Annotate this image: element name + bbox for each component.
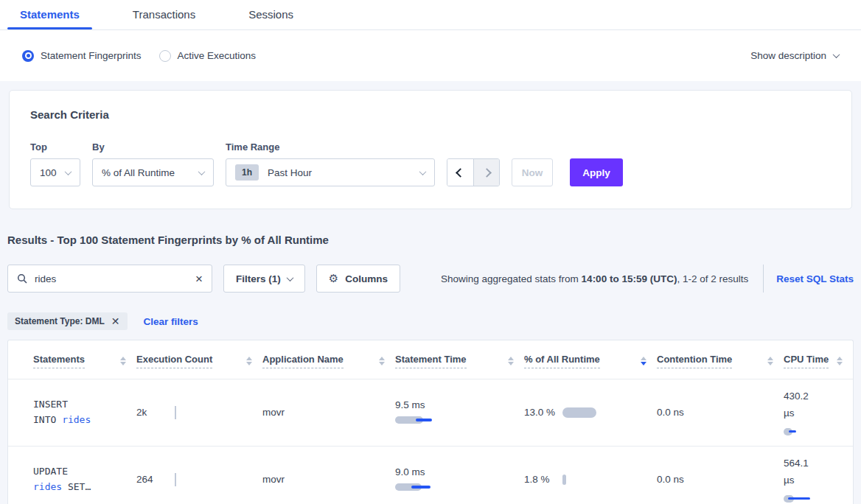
radio-statement-fingerprints[interactable]: Statement Fingerprints [22, 50, 142, 62]
contention-time: 0.0 ns [657, 474, 684, 485]
top-field: Top 100 [30, 141, 92, 186]
show-description-label: Show description [750, 50, 826, 61]
time-range-field: Time Range 1h Past Hour [226, 141, 435, 186]
col-header-execution-count[interactable]: Execution Count [136, 340, 262, 379]
radio-unselected-icon [159, 50, 171, 62]
time-range-label: Time Range [226, 141, 435, 153]
statement-fingerprint: UPDATE rides SET… [8, 464, 94, 495]
results-summary: Showing aggregated stats from 14:00 to 1… [441, 265, 854, 293]
columns-label: Columns [345, 273, 388, 284]
gear-icon: ⚙ [329, 272, 338, 285]
statement-fingerprint: INSERT INTO rides [8, 397, 94, 428]
columns-button[interactable]: ⚙ Columns [316, 265, 400, 293]
clear-filters-link[interactable]: Clear filters [144, 316, 198, 327]
statement-time-cell: 9.5 ms [395, 399, 439, 425]
time-range-select[interactable]: 1h Past Hour [226, 158, 435, 186]
search-icon [17, 273, 27, 284]
tab-transactions[interactable]: Transactions [120, 0, 208, 29]
summary-suffix: , 1-2 of 2 results [677, 273, 748, 284]
application-name: movr [262, 474, 285, 485]
chevron-down-icon [286, 274, 293, 281]
filters-button[interactable]: Filters (1) [223, 265, 305, 293]
search-criteria-card: Search Criteria Top 100 By % of All Runt… [9, 90, 852, 209]
tab-sessions[interactable]: Sessions [236, 0, 306, 29]
col-header-statements[interactable]: Statements [8, 340, 136, 379]
view-mode-radio-group: Statement Fingerprints Active Executions [22, 50, 256, 62]
time-nav-group [447, 158, 500, 186]
sort-icon [837, 357, 843, 365]
clear-search-icon[interactable]: × [195, 273, 203, 285]
col-header-pct-runtime[interactable]: % of All Runtime [524, 340, 657, 379]
cpu-time-cell: 430.2 µs [784, 388, 828, 437]
results-heading: Results - Top 100 Statement Fingerprints… [7, 234, 854, 246]
col-header-contention-time[interactable]: Contention Time [657, 340, 784, 379]
statement-time-bar [395, 415, 439, 425]
show-description-toggle[interactable]: Show description [750, 50, 839, 61]
execution-count-cell: 2k [136, 406, 262, 419]
by-select[interactable]: % of All Runtime [92, 158, 214, 186]
top-select[interactable]: 100 [30, 158, 80, 186]
execution-count-bar [175, 473, 176, 486]
top-value: 100 [40, 167, 57, 178]
chevron-left-icon [456, 168, 465, 178]
pct-runtime-cell: 13.0 % [524, 405, 657, 421]
summary-prefix: Showing aggregated stats from [441, 273, 582, 284]
chevron-down-icon [419, 168, 427, 175]
sort-icon [120, 357, 126, 365]
now-button[interactable]: Now [512, 158, 553, 186]
tab-statements[interactable]: Statements [7, 0, 92, 29]
results-controls: × Filters (1) ⚙ Columns Showing aggregat… [7, 265, 854, 293]
execution-count-cell: 264 [136, 473, 262, 486]
table-row: INSERT INTO rides 2k movr 9.5 ms [8, 379, 853, 447]
apply-button[interactable]: Apply [570, 158, 623, 186]
execution-count-bar [175, 406, 176, 419]
search-criteria-title: Search Criteria [30, 108, 831, 121]
radio-label: Statement Fingerprints [41, 50, 142, 61]
top-label: Top [30, 141, 92, 153]
sort-icon [246, 357, 252, 365]
sort-desc-icon [641, 357, 646, 365]
statement-search-box: × [7, 265, 212, 293]
contention-time: 0.0 ns [657, 407, 684, 418]
chip-label: Statement Type: DML [15, 316, 105, 326]
statement-link[interactable]: rides [33, 481, 62, 492]
pct-runtime-bar [562, 475, 566, 485]
chevron-down-icon [833, 51, 840, 58]
summary-range: 14:00 to 15:59 (UTC) [582, 273, 677, 284]
radio-active-executions[interactable]: Active Executions [159, 50, 257, 62]
time-range-badge: 1h [235, 164, 259, 181]
statement-time-bar [395, 482, 439, 492]
by-field: By % of All Runtime [92, 141, 226, 186]
application-name: movr [262, 407, 285, 418]
radio-selected-icon [22, 50, 34, 62]
by-label: By [92, 141, 226, 153]
cpu-time-bar [784, 494, 828, 504]
radio-label: Active Executions [178, 50, 257, 61]
time-range-value: Past Hour [268, 167, 312, 178]
col-header-application-name[interactable]: Application Name [262, 340, 395, 379]
filter-chip-statement-type[interactable]: Statement Type: DML ✕ [7, 312, 128, 330]
statements-table: Statements Execution Count Application N… [7, 340, 854, 504]
sort-icon [767, 357, 773, 365]
reset-sql-stats-link[interactable]: Reset SQL Stats [776, 273, 854, 284]
col-header-cpu-time[interactable]: CPU Time [784, 340, 853, 379]
col-header-statement-time[interactable]: Statement Time [395, 340, 524, 379]
statement-time-cell: 9.0 ms [395, 466, 439, 492]
time-next-button[interactable] [473, 159, 499, 186]
sort-icon [508, 357, 514, 365]
chevron-down-icon [198, 168, 206, 175]
cpu-time-bar [784, 427, 828, 437]
view-mode-strip: Statement Fingerprints Active Executions… [0, 30, 861, 81]
search-input[interactable] [35, 273, 188, 284]
filters-label: Filters (1) [236, 273, 281, 284]
close-icon[interactable]: ✕ [111, 316, 120, 326]
vertical-divider [763, 265, 764, 293]
chevron-down-icon [65, 168, 72, 175]
statement-link[interactable]: rides [62, 414, 91, 425]
filter-chip-row: Statement Type: DML ✕ Clear filters [7, 312, 854, 330]
pct-runtime-bar [562, 407, 596, 418]
by-value: % of All Runtime [102, 167, 175, 178]
cpu-time-cell: 564.1 µs [784, 455, 828, 504]
table-row: UPDATE rides SET… 264 movr 9.0 ms [8, 446, 853, 504]
time-prev-button[interactable] [447, 159, 473, 186]
